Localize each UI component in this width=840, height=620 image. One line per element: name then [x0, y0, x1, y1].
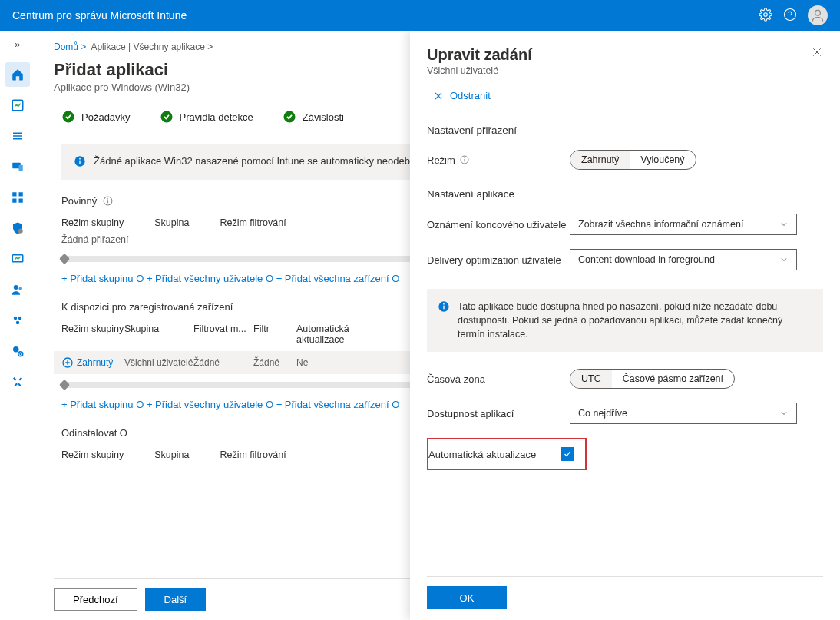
svg-point-28: [79, 158, 81, 160]
svg-rect-27: [79, 161, 80, 164]
mode-toggle[interactable]: Zahrnutý Vyloučený: [570, 150, 696, 170]
availability-dropdown[interactable]: Co nejdříve: [570, 403, 797, 424]
chevron-down-icon: [779, 409, 789, 418]
svg-point-21: [13, 346, 19, 353]
topbar: Centrum pro správu Microsoft Intune: [0, 0, 840, 31]
tz-device[interactable]: Časové pásmo zařízení: [612, 370, 734, 388]
edit-assignment-panel: Upravit zadání Všichni uživatelé Odstran…: [410, 31, 840, 620]
info-icon: [438, 300, 450, 313]
svg-rect-13: [18, 199, 22, 203]
svg-rect-30: [107, 200, 108, 203]
svg-rect-9: [18, 165, 22, 171]
svg-rect-12: [12, 199, 16, 203]
svg-point-31: [107, 198, 108, 199]
remove-link[interactable]: Odstranit: [433, 90, 823, 101]
breadcrumb-apps[interactable]: Aplikace | Všechny aplikace >: [91, 41, 213, 52]
app-title: Centrum pro správu Microsoft Intune: [12, 9, 187, 22]
close-icon[interactable]: [811, 46, 823, 58]
svg-rect-10: [12, 192, 16, 196]
wizard-step-requirements[interactable]: Požadavky: [61, 110, 131, 124]
settings-icon[interactable]: [759, 8, 772, 24]
svg-point-14: [18, 229, 22, 234]
nav-dashboard-icon[interactable]: [5, 93, 30, 118]
mode-label: Režim: [427, 154, 570, 166]
topbar-actions: [759, 5, 828, 25]
svg-rect-34: [464, 159, 465, 162]
help-icon[interactable]: [783, 8, 797, 24]
svg-rect-11: [18, 192, 22, 196]
avatar[interactable]: [808, 5, 828, 25]
svg-point-1: [785, 8, 796, 20]
nav-groups-icon[interactable]: [5, 308, 30, 333]
chevron-down-icon: [779, 220, 789, 229]
mode-included[interactable]: Zahrnutý: [570, 151, 630, 169]
svg-point-20: [15, 321, 19, 325]
ok-button[interactable]: OK: [427, 586, 507, 609]
chevron-down-icon: [779, 255, 789, 264]
flyout-info-banner: Tato aplikace bude dostupná hned po nasa…: [427, 289, 823, 352]
svg-point-18: [13, 317, 17, 320]
wizard-step-detection[interactable]: Pravidla detekce: [160, 110, 253, 124]
tz-utc[interactable]: UTC: [570, 370, 612, 388]
svg-point-3: [815, 10, 821, 15]
info-icon[interactable]: [460, 155, 469, 164]
nav-troubleshoot-icon[interactable]: [5, 370, 30, 394]
svg-point-17: [18, 287, 22, 290]
svg-point-0: [764, 12, 768, 16]
info-icon: [74, 155, 86, 167]
delivery-label: Delivery optimization uživatele: [427, 254, 570, 266]
tz-toggle[interactable]: UTC Časové pásmo zařízení: [570, 369, 735, 389]
auto-update-highlight: Automatická aktualizace: [427, 438, 587, 470]
wizard-step-dependencies[interactable]: Závislosti: [283, 110, 344, 124]
tz-label: Časová zóna: [427, 373, 570, 385]
nav-devices-icon[interactable]: [5, 154, 30, 179]
svg-point-38: [443, 303, 445, 305]
availability-label: Dostupnost aplikací: [427, 408, 570, 419]
nav-tenant-icon[interactable]: [5, 339, 30, 363]
mode-excluded[interactable]: Vyloučený: [630, 151, 695, 169]
auto-update-label: Automatická aktualizace: [428, 449, 561, 460]
svg-point-16: [13, 285, 18, 290]
collapse-icon[interactable]: »: [15, 35, 20, 56]
nav-endpoint-icon[interactable]: [5, 216, 30, 240]
nav-list-icon[interactable]: [5, 124, 30, 148]
svg-point-35: [464, 157, 465, 158]
auto-update-checkbox[interactable]: [561, 447, 574, 461]
info-icon[interactable]: [103, 196, 113, 206]
next-button[interactable]: Další: [145, 588, 207, 611]
nav-reports-icon[interactable]: [5, 247, 30, 271]
svg-point-19: [18, 317, 21, 320]
flyout-subtitle: Všichni uživatelé: [427, 65, 532, 76]
nav-users-icon[interactable]: [5, 277, 30, 302]
nav-apps-icon[interactable]: [5, 185, 30, 210]
breadcrumb-home[interactable]: Domů >: [54, 41, 86, 52]
svg-rect-37: [443, 306, 444, 310]
previous-button[interactable]: Předchozí: [54, 588, 137, 611]
enduser-label: Oznámení koncového uživatele: [427, 219, 570, 230]
enduser-dropdown[interactable]: Zobrazit všechna informační oznámení: [570, 214, 797, 235]
flyout-title: Upravit zadání: [427, 46, 532, 64]
x-icon: [433, 91, 444, 101]
plus-circle-icon: [61, 356, 74, 369]
app-settings-heading: Nastavení aplikace: [427, 188, 823, 200]
sidebar: »: [0, 31, 35, 620]
assign-settings-heading: Nastavení přiřazení: [427, 124, 823, 136]
nav-home-icon[interactable]: [5, 62, 30, 87]
delivery-dropdown[interactable]: Content download in foreground: [570, 249, 797, 270]
check-icon: [563, 449, 572, 459]
